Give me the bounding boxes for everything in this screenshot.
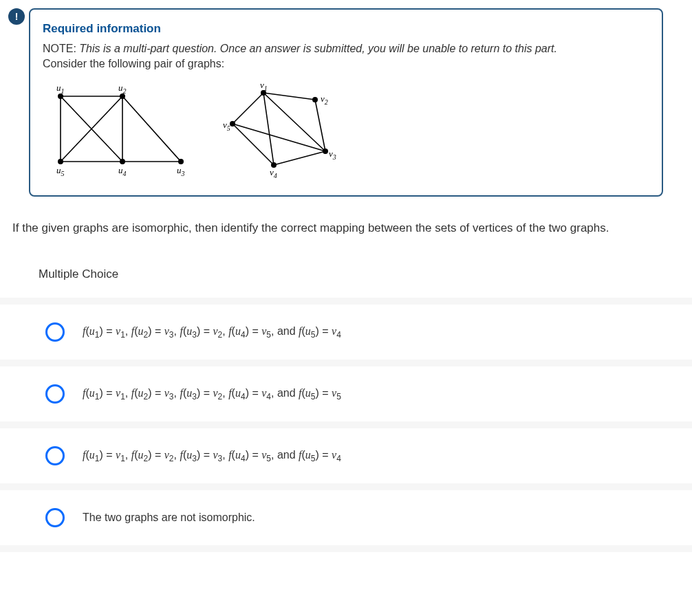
svg-text:v3: v3 xyxy=(329,148,336,161)
svg-point-28 xyxy=(323,148,328,154)
required-info-card: Required information NOTE: This is a mul… xyxy=(29,8,663,197)
svg-text:v2: v2 xyxy=(321,94,328,106)
svg-text:u2: u2 xyxy=(118,82,127,95)
choice-option[interactable]: f(u1) = v1, f(u2) = v2, f(u3) = v3, f(u4… xyxy=(0,421,692,483)
svg-line-18 xyxy=(263,93,315,100)
required-info-title: Required information xyxy=(43,22,649,36)
svg-text:v1: v1 xyxy=(260,82,268,92)
choice-text: f(u1) = v1, f(u2) = v2, f(u3) = v3, f(u4… xyxy=(83,449,341,463)
choice-option[interactable]: The two graphs are not isomorphic. xyxy=(0,483,692,552)
radio-icon[interactable] xyxy=(45,384,65,404)
svg-text:v5: v5 xyxy=(223,120,230,132)
svg-line-21 xyxy=(233,93,263,124)
svg-point-27 xyxy=(312,97,318,102)
svg-text:v4: v4 xyxy=(270,167,277,179)
svg-line-5 xyxy=(122,96,181,162)
svg-point-12 xyxy=(178,159,184,164)
consider-text: Consider the following pair of graphs: xyxy=(43,58,649,70)
choice-text: f(u1) = v1, f(u2) = v3, f(u3) = v2, f(u4… xyxy=(83,387,341,402)
graph-v: v1 v2 v3 v4 v5 xyxy=(219,82,349,179)
alert-icon: ! xyxy=(8,8,25,25)
graphs-figure: u1 u2 u5 u4 u3 xyxy=(47,82,649,179)
choice-option[interactable]: f(u1) = v1, f(u2) = v3, f(u3) = v2, f(u4… xyxy=(0,298,692,360)
alert-icon-glyph: ! xyxy=(15,11,19,22)
radio-icon[interactable] xyxy=(45,508,65,527)
svg-line-20 xyxy=(263,93,274,165)
multiple-choice-title: Multiple Choice xyxy=(0,267,692,298)
svg-point-30 xyxy=(230,121,235,126)
note-line: NOTE: This is a multi-part question. Onc… xyxy=(43,41,649,56)
choice-text: f(u1) = v1, f(u2) = v3, f(u3) = v2, f(u4… xyxy=(83,325,341,340)
radio-icon[interactable] xyxy=(45,446,65,465)
multiple-choice-block: Multiple Choice f(u1) = v1, f(u2) = v3, … xyxy=(0,267,692,552)
svg-text:u5: u5 xyxy=(56,165,65,177)
svg-text:u3: u3 xyxy=(177,165,185,177)
svg-point-11 xyxy=(120,159,125,164)
svg-point-10 xyxy=(58,159,63,164)
choice-text: The two graphs are not isomorphic. xyxy=(83,512,255,524)
choice-option[interactable]: f(u1) = v1, f(u2) = v3, f(u3) = v2, f(u4… xyxy=(0,360,692,421)
svg-line-23 xyxy=(274,151,325,165)
note-text: This is a multi-part question. Once an a… xyxy=(79,43,557,54)
graph-u: u1 u2 u5 u4 u3 xyxy=(47,82,191,179)
question-text: If the given graphs are isomorphic, then… xyxy=(12,220,680,236)
svg-text:u4: u4 xyxy=(118,165,127,177)
radio-icon[interactable] xyxy=(45,322,65,342)
note-label: NOTE: xyxy=(43,43,79,54)
svg-text:u1: u1 xyxy=(56,82,65,95)
